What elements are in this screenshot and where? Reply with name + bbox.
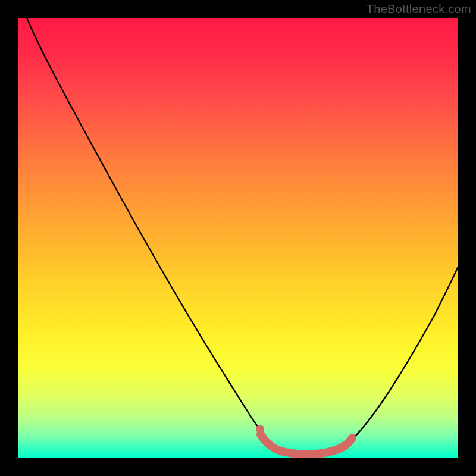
- highlight-dot: [256, 425, 264, 433]
- highlight-segment: [261, 434, 352, 455]
- plot-area: [18, 18, 458, 458]
- main-curve: [27, 18, 458, 455]
- curve-layer: [18, 18, 458, 458]
- chart-frame: TheBottleneck.com: [0, 0, 476, 476]
- watermark-text: TheBottleneck.com: [367, 2, 471, 16]
